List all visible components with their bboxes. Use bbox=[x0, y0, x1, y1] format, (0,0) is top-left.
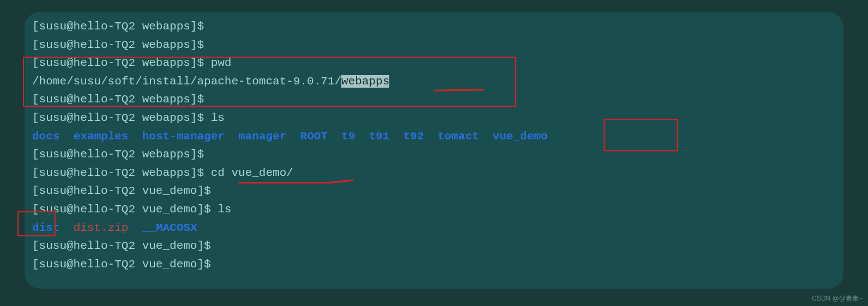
prompt: [susu@hello-TQ2 webapps]$ bbox=[32, 20, 211, 33]
pwd-path: /home/susu/soft/install/apache-tomcat-9.… bbox=[32, 75, 341, 88]
ls-output: docs examples host-manager manager ROOT … bbox=[32, 127, 836, 146]
ls-output: dist dist.zip __MACOSX bbox=[32, 219, 836, 237]
dir-entry: vue_demo bbox=[493, 130, 548, 143]
dir-entry: examples bbox=[74, 130, 129, 143]
prompt: [susu@hello-TQ2 vue_demo]$ bbox=[32, 203, 218, 216]
prompt: [susu@hello-TQ2 webapps]$ bbox=[32, 93, 211, 106]
prompt: [susu@hello-TQ2 webapps]$ bbox=[32, 148, 211, 161]
prompt: [susu@hello-TQ2 vue_demo]$ bbox=[32, 240, 218, 252]
dir-entry: docs bbox=[32, 130, 59, 143]
watermark: CSDN @@素素~ bbox=[812, 293, 863, 304]
terminal-line: [susu@hello-TQ2 webapps]$ ls bbox=[32, 109, 836, 127]
dir-entry: __MACOSX bbox=[142, 222, 197, 234]
command-text: cd vue_demo/ bbox=[211, 167, 293, 179]
terminal-line: [susu@hello-TQ2 webapps]$ pwd bbox=[32, 54, 836, 72]
dir-entry: host-manager bbox=[142, 130, 225, 143]
command-text: pwd bbox=[211, 57, 232, 69]
terminal-line: [susu@hello-TQ2 vue_demo]$ bbox=[32, 255, 836, 274]
command-text: ls bbox=[218, 203, 231, 216]
dir-entry: tomact bbox=[438, 130, 479, 143]
dir-entry: t91 bbox=[369, 130, 390, 143]
prompt: [susu@hello-TQ2 webapps]$ bbox=[32, 167, 211, 179]
dir-entry: dist bbox=[32, 222, 59, 234]
terminal-window[interactable]: [susu@hello-TQ2 webapps]$ [susu@hello-TQ… bbox=[25, 12, 843, 289]
prompt: [susu@hello-TQ2 webapps]$ bbox=[32, 112, 211, 124]
terminal-line: [susu@hello-TQ2 vue_demo]$ bbox=[32, 182, 836, 200]
file-entry: dist.zip bbox=[74, 222, 129, 234]
pwd-selected: webapps bbox=[341, 75, 389, 88]
terminal-line: [susu@hello-TQ2 webapps]$ bbox=[32, 90, 836, 109]
terminal-line: [susu@hello-TQ2 vue_demo]$ bbox=[32, 237, 836, 255]
dir-entry: ROOT bbox=[300, 130, 328, 143]
prompt: [susu@hello-TQ2 webapps]$ bbox=[32, 57, 211, 69]
annotation-underline bbox=[238, 182, 326, 183]
prompt: [susu@hello-TQ2 vue_demo]$ bbox=[32, 185, 218, 197]
terminal-line: [susu@hello-TQ2 webapps]$ bbox=[32, 145, 836, 164]
terminal-line: [susu@hello-TQ2 webapps]$ bbox=[32, 36, 836, 54]
prompt: [susu@hello-TQ2 vue_demo]$ bbox=[32, 258, 218, 271]
terminal-line: [susu@hello-TQ2 webapps]$ cd vue_demo/ bbox=[32, 164, 836, 182]
dir-entry: manager bbox=[238, 130, 286, 143]
command-text: ls bbox=[211, 112, 225, 124]
terminal-line: [susu@hello-TQ2 webapps]$ bbox=[32, 17, 836, 36]
dir-entry: t9 bbox=[341, 130, 355, 143]
terminal-output: /home/susu/soft/install/apache-tomcat-9.… bbox=[32, 72, 836, 91]
terminal-line: [susu@hello-TQ2 vue_demo]$ ls bbox=[32, 200, 836, 219]
dir-entry: t92 bbox=[403, 130, 424, 143]
prompt: [susu@hello-TQ2 webapps]$ bbox=[32, 39, 211, 51]
